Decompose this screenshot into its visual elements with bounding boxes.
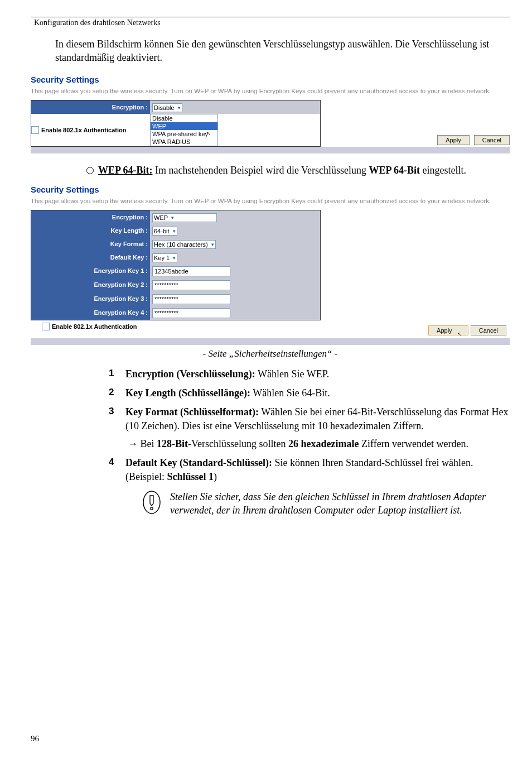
step-4: 4 Default Key (Standard-Schlüssel): Sie … — [109, 456, 510, 524]
step-1: 1 Encryption (Verschlüsselung): Wählen S… — [109, 367, 510, 386]
cursor-icon: ↖ — [206, 130, 211, 136]
arrow-right-icon: → — [128, 438, 138, 449]
dropdown-defaultkey-value: Key 1 — [154, 255, 170, 261]
chevron-down-icon: ▾ — [173, 255, 176, 261]
dropdown-keylength[interactable]: 64-bit▾ — [152, 227, 177, 236]
dropdown-keyformat[interactable]: Hex (10 characters)▾ — [152, 240, 216, 249]
security-settings-desc-1: This page allows you setup the wireless … — [31, 88, 510, 94]
label-key3: Encryption Key 3 : — [31, 292, 150, 306]
encryption-dropdown-value: Disable — [154, 104, 175, 111]
svg-point-1 — [151, 507, 153, 510]
input-key3[interactable] — [152, 294, 230, 304]
enable-8021x-checkbox[interactable] — [31, 126, 39, 134]
input-key4[interactable] — [152, 308, 230, 318]
encryption-option-wpa-radius[interactable]: WPA RADIUS — [151, 138, 217, 146]
encryption-dropdown-list[interactable]: Disable WEP WPA pre-shared key ↖ WPA RAD… — [150, 114, 218, 146]
step-number: 3 — [109, 405, 114, 418]
step-2: 2 Key Length (Schlüssellänge): Wählen Si… — [109, 386, 510, 405]
chevron-down-icon: ▾ — [178, 105, 181, 111]
wep-intro-line: WEP 64-Bit: Im nachstehenden Beispiel wi… — [86, 164, 499, 177]
step-number: 1 — [109, 367, 114, 380]
page-header: Konfiguration des drahtlosen Netzwerks — [34, 18, 510, 27]
cursor-icon: ↖ — [457, 331, 462, 337]
encryption-option-wpa-psk[interactable]: WPA pre-shared key ↖ — [151, 130, 217, 138]
apply-button[interactable]: Apply — [437, 135, 470, 145]
dropdown-defaultkey[interactable]: Key 1▾ — [152, 253, 177, 262]
label-encryption: Encryption : — [31, 210, 150, 224]
chevron-down-icon: ▾ — [171, 215, 174, 220]
label-keyformat: Key Format : — [31, 237, 150, 251]
label-keylength: Key Length : — [31, 224, 150, 237]
bullet-circle-icon — [86, 167, 94, 174]
label-key4: Encryption Key 4 : — [31, 306, 150, 320]
chevron-down-icon: ▾ — [173, 228, 176, 234]
svg-point-0 — [143, 491, 160, 514]
encryption-option-wpa-psk-label: WPA pre-shared key — [152, 131, 208, 137]
screenshot-1: Encryption : Disable ▾ Enable — [31, 100, 510, 153]
step-number: 4 — [109, 456, 114, 469]
encryption-dropdown[interactable]: Disable ▾ — [152, 103, 182, 112]
dropdown-keyformat-value: Hex (10 characters) — [154, 241, 208, 248]
dropdown-encryption-value: WEP — [154, 214, 168, 221]
step-3: 3 Key Format (Schlüsselformat): Wählen S… — [109, 405, 510, 456]
intro-text: In diesem Bildschirm können Sie den gewü… — [55, 37, 490, 65]
screenshot-caption: - Seite „Sicherheitseinstellungen“ - — [31, 348, 510, 359]
step-number: 2 — [109, 386, 114, 399]
apply-button-2-label: Apply — [437, 327, 452, 334]
label-key2: Encryption Key 2 : — [31, 278, 150, 292]
cancel-button-2[interactable]: Cancel — [471, 325, 506, 335]
enable-8021x-label-2: Enable 802.1x Authentication — [52, 323, 137, 330]
enable-8021x-label: Enable 802.1x Authentication — [41, 127, 126, 133]
label-key1: Encryption Key 1 : — [31, 264, 150, 278]
input-key2[interactable] — [152, 280, 230, 290]
encryption-option-disable[interactable]: Disable — [151, 114, 217, 122]
chevron-down-icon: ▾ — [211, 242, 214, 247]
note-text: Stellen Sie sicher, dass Sie den gleiche… — [170, 490, 505, 517]
dropdown-keylength-value: 64-bit — [154, 228, 170, 234]
label-defaultkey: Default Key : — [31, 251, 150, 264]
encryption-label: Encryption : — [31, 100, 150, 114]
input-key1[interactable] — [152, 266, 230, 276]
screenshot-2: Encryption : WEP▾ Key Length : 64-bit▾ K… — [31, 210, 510, 345]
security-settings-title-2: Security Settings — [31, 185, 510, 194]
security-settings-title-1: Security Settings — [31, 75, 510, 84]
page-number: 96 — [31, 734, 39, 743]
cancel-button[interactable]: Cancel — [474, 135, 510, 145]
enable-8021x-checkbox-2[interactable] — [42, 323, 50, 330]
note-icon — [142, 490, 161, 518]
security-settings-desc-2: This page allows you setup the wireless … — [31, 198, 510, 204]
dropdown-encryption[interactable]: WEP▾ — [152, 213, 217, 222]
encryption-option-wep[interactable]: WEP — [151, 122, 217, 130]
apply-button-2[interactable]: Apply ↖ — [428, 325, 468, 335]
